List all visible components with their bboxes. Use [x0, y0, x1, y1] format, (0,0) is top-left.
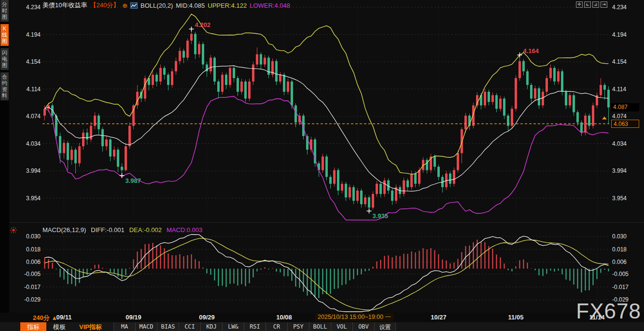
candle-body[interactable] [175, 61, 177, 71]
candle-body[interactable] [530, 85, 532, 98]
candle-body[interactable] [372, 194, 374, 207]
candle-body[interactable] [453, 170, 455, 184]
candle-body[interactable] [426, 160, 428, 170]
candle-body[interactable] [499, 98, 502, 109]
candle-body[interactable] [584, 116, 587, 133]
candle-body[interactable] [144, 78, 146, 98]
candle-body[interactable] [488, 92, 490, 102]
candle-body[interactable] [437, 167, 440, 177]
candle-body[interactable] [90, 126, 92, 139]
candle-body[interactable] [287, 82, 289, 92]
candle-body[interactable] [337, 170, 339, 191]
candle-body[interactable] [576, 112, 579, 123]
candle-body[interactable] [256, 54, 258, 64]
candle-body[interactable] [264, 58, 266, 65]
axis-scale-icon[interactable]: ⊾ [584, 1, 591, 8]
kline-chart-canvas[interactable]: 4.2023.9873.9354.164 [0, 0, 644, 313]
candle-body[interactable] [526, 71, 529, 85]
candle-body[interactable] [325, 156, 328, 177]
candle-body[interactable] [237, 78, 239, 92]
boll-indicator-icon[interactable] [130, 2, 138, 9]
candle-body[interactable] [213, 58, 216, 82]
candle-body[interactable] [461, 129, 463, 153]
candle-body[interactable] [546, 78, 548, 92]
candle-body[interactable] [391, 191, 393, 201]
pan-icon[interactable]: ✛ [576, 1, 583, 8]
indicator-button-cr[interactable]: CR [266, 322, 287, 331]
candle-body[interactable] [78, 146, 81, 163]
indicator-button-bias[interactable]: BIAS [157, 322, 179, 331]
candle-body[interactable] [376, 184, 378, 194]
candle-body[interactable] [434, 156, 436, 166]
indicator-button-[interactable]: 设置 [374, 322, 396, 331]
candle-body[interactable] [125, 146, 127, 170]
candle-body[interactable] [565, 92, 567, 105]
sidebar-tab-1[interactable]: K线图 [0, 24, 9, 46]
candle-body[interactable] [383, 180, 386, 194]
candle-body[interactable] [63, 143, 65, 153]
candle-body[interactable] [507, 116, 509, 126]
candle-body[interactable] [109, 139, 112, 156]
indicator-button-vol[interactable]: VOL [331, 322, 352, 331]
candle-body[interactable] [283, 75, 285, 92]
candle-body[interactable] [449, 174, 451, 184]
alert-arrow-icon[interactable] [602, 117, 607, 120]
indicator-button-obv[interactable]: OBV [352, 322, 374, 331]
candle-body[interactable] [117, 150, 119, 166]
sidebar-tab-2[interactable]: 闪电图 [0, 48, 9, 70]
alert-price-tag[interactable]: 4.063 [611, 120, 639, 128]
candle-body[interactable] [588, 116, 590, 126]
candle-body[interactable] [94, 116, 96, 126]
candle-body[interactable] [345, 184, 347, 197]
candle-body[interactable] [43, 109, 46, 115]
macd-pane-marker-icon[interactable] [10, 227, 17, 235]
candle-body[interactable] [368, 197, 370, 207]
candle-body[interactable] [503, 98, 505, 115]
indicator-button-rsi[interactable]: RSI [244, 322, 266, 331]
toolbar-tab-1[interactable]: 模板 [46, 322, 72, 331]
candle-body[interactable] [82, 133, 84, 146]
candle-body[interactable] [341, 184, 343, 191]
candle-body[interactable] [491, 95, 494, 102]
candle-body[interactable] [225, 75, 227, 85]
candle-body[interactable] [549, 68, 552, 78]
candle-body[interactable] [279, 75, 281, 82]
candle-body[interactable] [244, 82, 247, 98]
candle-body[interactable] [121, 167, 123, 170]
candle-body[interactable] [379, 184, 382, 194]
candle-body[interactable] [534, 88, 536, 98]
candle-body[interactable] [70, 150, 73, 160]
sidebar-tab-0[interactable]: 分时图 [0, 0, 9, 22]
candle-body[interactable] [198, 44, 200, 54]
candle-body[interactable] [364, 197, 366, 204]
indicator-button-boll[interactable]: BOLL [309, 322, 331, 331]
period-selector[interactable]: 240分 ▲ [33, 314, 57, 322]
candle-body[interactable] [74, 150, 77, 163]
candle-body[interactable] [240, 82, 243, 92]
indicator-button-ma[interactable]: MA [113, 322, 135, 331]
candle-body[interactable] [248, 82, 251, 98]
indicator-button-cci[interactable]: CCI [179, 322, 200, 331]
axis-pointer-icon[interactable]: ⊿ [592, 1, 599, 8]
candle-body[interactable] [67, 143, 69, 160]
candle-body[interactable] [561, 71, 563, 92]
candle-body[interactable] [128, 126, 131, 146]
candle-body[interactable] [306, 136, 308, 150]
candle-body[interactable] [352, 187, 355, 201]
candle-body[interactable] [163, 68, 166, 75]
candle-body[interactable] [553, 68, 556, 82]
candle-body[interactable] [194, 34, 196, 54]
candle-body[interactable] [291, 82, 293, 105]
indicator-button-kdj[interactable]: KDJ [200, 322, 222, 331]
candle-body[interactable] [314, 139, 316, 163]
candle-body[interactable] [322, 156, 324, 170]
candle-body[interactable] [511, 109, 513, 125]
candle-body[interactable] [152, 75, 154, 85]
candle-body[interactable] [349, 187, 351, 197]
candle-body[interactable] [98, 116, 100, 129]
candle-body[interactable] [210, 58, 212, 71]
candle-body[interactable] [356, 191, 359, 201]
candle-body[interactable] [155, 75, 158, 82]
candle-body[interactable] [217, 82, 220, 92]
candle-body[interactable] [105, 139, 108, 146]
